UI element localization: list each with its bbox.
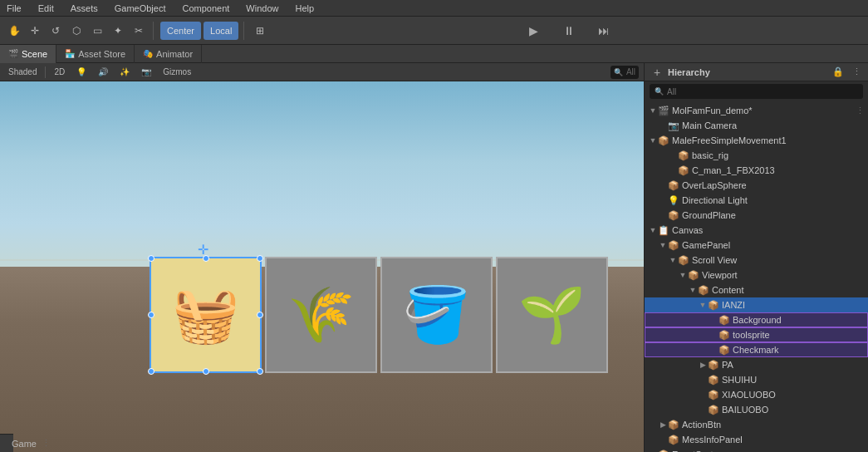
hier-item-molfamfun[interactable]: ▼ 🎬 MolFamFun_demo* ⋮ [645,103,868,118]
rect-tool[interactable]: ▭ [88,22,106,40]
handle-tr[interactable] [257,255,263,262]
camera-button[interactable]: 📷 [138,65,154,80]
hier-item-content[interactable]: ▼ 📦 Content [645,282,868,297]
hier-label-basicrig: basic_rig [692,150,728,160]
hier-item-pa[interactable]: ▶ 📦 PA [645,357,868,372]
menu-gameobject[interactable]: GameObject [111,3,169,13]
hier-item-bailuobo[interactable]: 📦 BAILUOBO [645,402,868,417]
hierarchy-search-input[interactable] [667,87,858,96]
hier-item-checkmark[interactable]: 📦 Checkmark [645,342,868,357]
move-handle[interactable]: ✛ [198,242,208,258]
hier-item-ianzi[interactable]: ▼ 📦 IANZI [645,297,868,312]
hier-item-toolsprite[interactable]: 📦 toolsprite [645,327,868,342]
hier-item-viewport[interactable]: ▼ 📦 Viewport [645,268,868,282]
hier-icon-bailuobo: 📦 [708,405,719,415]
fx-button[interactable]: ✨ [116,65,133,80]
hier-menu-molfamfun[interactable]: ⋮ [856,106,865,116]
hier-item-cman[interactable]: 📦 C_man_1_FBX2013 [645,163,868,178]
tab-scene[interactable]: 🎬 Scene [0,45,56,63]
hier-item-maincamera[interactable]: 📷 Main Camera [645,118,868,133]
scene-item-wateringcan[interactable]: 🪣 [380,257,493,373]
multi-tool[interactable]: ✦ [109,22,127,40]
hierarchy-add-button[interactable]: + [650,65,664,80]
hierarchy-more-icon[interactable]: ⋮ [851,66,863,77]
hierarchy-content: ▼ 🎬 MolFamFun_demo* ⋮ 📷 Main Camera ▼ 📦 … [645,101,868,452]
2d-button[interactable]: 2D [51,65,68,80]
shading-dropdown[interactable]: Shaded [5,65,40,80]
hand-tool[interactable]: ✋ [5,22,23,40]
hier-icon-actionbtn: 📦 [668,420,679,430]
handle-ml[interactable] [148,312,154,318]
menu-window[interactable]: Window [243,3,282,13]
hierarchy-lock-icon[interactable]: 🔒 [831,66,846,77]
game-tab[interactable]: Game [7,439,42,449]
hier-item-messinfopanel[interactable]: 📦 MessInfoPanel [645,432,868,447]
main-area: Shaded 2D 💡 🔊 ✨ 📷 Gizmos 🔍 All [0,63,868,452]
pause-button[interactable]: ⏸ [558,20,580,42]
scale-tool[interactable]: ⬡ [67,22,86,40]
menu-help[interactable]: Help [292,3,317,13]
scene-item-radish[interactable]: 🌱 [496,257,608,373]
hierarchy-title: Hierarchy [668,67,827,77]
hierarchy-search[interactable]: 🔍 [650,84,863,99]
hier-item-groundplane[interactable]: 📦 GroundPlane [645,208,868,223]
local-button[interactable]: Local [204,22,238,40]
scene-items-container: 🧺 ✛ 🌾 [150,257,608,373]
search-placeholder: All [626,67,635,76]
tab-animator[interactable]: 🎭 Animator [135,45,202,63]
scene-search[interactable]: 🔍 All [611,66,639,79]
audio-button[interactable]: 🔊 [95,65,111,80]
rotate-tool[interactable]: ↺ [47,22,65,40]
radish-emoji: 🌱 [518,283,586,346]
menu-assets[interactable]: Assets [67,3,101,13]
handle-bl[interactable] [148,368,154,375]
hier-item-canvas[interactable]: ▼ 📋 Canvas [645,223,868,238]
handle-mr[interactable] [257,312,263,318]
hier-item-xiaoluobo[interactable]: 📦 XIAOLUOBO [645,387,868,402]
gizmos-dropdown[interactable]: Gizmos [159,65,194,80]
move-tool[interactable]: ✛ [26,22,44,40]
handle-bm[interactable] [203,368,209,375]
menu-component[interactable]: Component [179,3,233,13]
center-button[interactable]: Center [160,22,201,40]
scene-more-options[interactable]: ⋮ [42,438,51,449]
hier-icon-malefree: 📦 [658,135,669,146]
tab-asset-store[interactable]: 🏪 Asset Store [56,45,135,63]
scene-viewport[interactable]: 🧺 ✛ 🌾 [0,81,644,452]
hier-item-dirlight[interactable]: 💡 Directional Light [645,193,868,208]
step-button[interactable]: ⏭ [593,20,615,42]
scene-item-rake[interactable]: 🌾 [265,257,377,373]
scene-tab-icon: 🎬 [8,49,18,58]
hier-label-content: Content [712,285,744,295]
hier-item-basicrig[interactable]: 📦 basic_rig [645,148,868,163]
hier-item-shuihu[interactable]: 📦 SHUIHU [645,372,868,387]
bottom-bar: Game ⋮ [0,434,13,452]
hier-icon-shuihu: 📦 [708,375,719,386]
scene-item-basket[interactable]: 🧺 [150,257,262,373]
handle-tl[interactable] [148,255,154,262]
hier-item-gamepanel[interactable]: ▼ 📦 GamePanel [645,238,868,253]
menu-edit[interactable]: Edit [35,3,57,13]
hier-item-scrollview[interactable]: ▼ 📦 Scroll View [645,253,868,268]
menu-file[interactable]: File [3,3,25,13]
hier-label-toolsprite: toolsprite [733,330,770,340]
hier-item-malefree[interactable]: ▼ 📦 MaleFreeSimpleMovement1 [645,133,868,148]
hier-item-overlapsphere[interactable]: 📦 OverLapSphere [645,178,868,193]
hier-icon-background: 📦 [718,315,730,326]
asset-tab-label: Asset Store [78,49,125,59]
custom-tool[interactable]: ✂ [130,22,148,40]
handle-br[interactable] [257,368,263,375]
hier-icon-basicrig: 📦 [678,150,689,161]
hier-label-viewport: Viewport [702,270,738,280]
light-button[interactable]: 💡 [73,65,90,80]
selected-item-wrapper[interactable]: 🧺 ✛ [150,257,262,373]
hier-item-eventsystem[interactable]: 📦 EventSystem [645,447,868,452]
hier-icon-groundplane: 📦 [668,210,679,221]
hier-item-actionbtn[interactable]: ▶ 📦 ActionBtn [645,417,868,432]
grid-button[interactable]: ⊞ [251,22,269,40]
hier-label-gamepanel: GamePanel [682,240,730,250]
rake-emoji: 🌾 [287,283,355,346]
play-button[interactable]: ▶ [523,20,545,42]
hier-item-background[interactable]: 📦 Background [645,312,868,327]
hier-icon-checkmark: 📦 [718,345,730,356]
